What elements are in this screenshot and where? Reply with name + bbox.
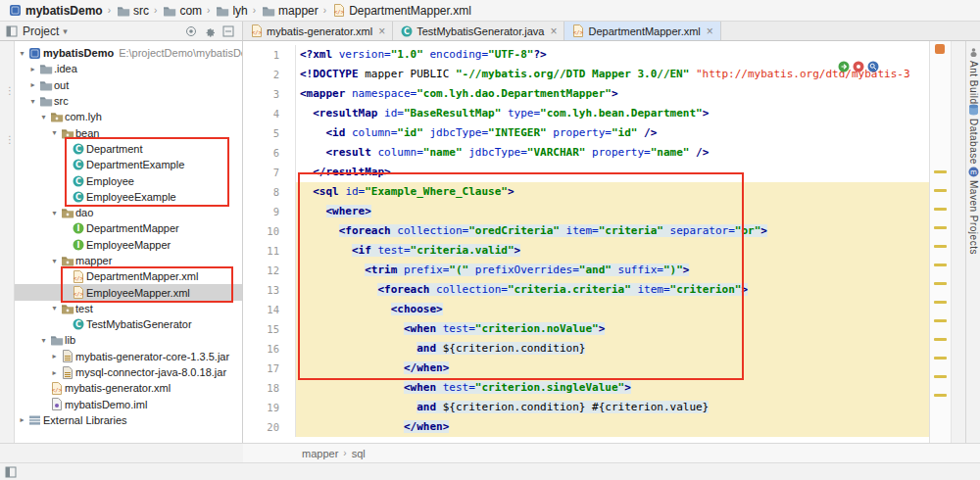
tree-item-mybatis-generator-core-1-3-5-jar[interactable]: ▸mybatis-generator-core-1.3.5.jar <box>15 349 242 364</box>
warning-mark[interactable] <box>934 208 947 211</box>
code-line-5: 5 <id column="id" jdbcType="INTEGER" pro… <box>243 123 929 143</box>
close-tab-icon[interactable]: × <box>550 25 557 37</box>
tree-chevron-icon[interactable]: ▾ <box>38 336 49 345</box>
tool-button-database[interactable]: Database <box>966 104 980 165</box>
tree-item-out[interactable]: ▸out <box>15 77 242 93</box>
warning-mark[interactable] <box>934 245 947 248</box>
tree-item-employee[interactable]: CEmployee <box>15 172 242 188</box>
tree-chevron-icon[interactable]: ▸ <box>17 415 27 424</box>
tree-item-testmybatisgenerator[interactable]: CTestMybatisGenerator <box>15 316 242 332</box>
line-number[interactable]: 18 <box>243 378 296 398</box>
tree-item-departmentmapper-xml[interactable]: </>DepartmentMapper.xml <box>15 268 242 284</box>
chevron-down-icon[interactable]: ▾ <box>63 26 68 36</box>
line-number[interactable]: 8 <box>243 182 296 202</box>
tree-chevron-icon[interactable]: ▾ <box>27 97 38 106</box>
tree-chevron-icon[interactable]: ▸ <box>27 65 38 73</box>
line-number[interactable]: 5 <box>243 123 296 143</box>
inspections-badge[interactable] <box>935 44 945 54</box>
breadcrumb-item[interactable]: mapper <box>259 4 320 18</box>
tree-item-mybatisdemo[interactable]: ▾mybatisDemoE:\projectDemo\mybatisDem <box>15 45 242 61</box>
tree-item-employeemapper[interactable]: IEmployeeMapper <box>15 237 242 253</box>
tree-chevron-icon[interactable]: ▾ <box>49 304 60 312</box>
tool-stripe-handle[interactable]: ⋮ <box>5 135 15 144</box>
warning-mark[interactable] <box>934 264 947 266</box>
tool-button-label: Ant Build <box>968 61 979 105</box>
warning-mark[interactable] <box>934 357 947 360</box>
locate-file-icon[interactable] <box>185 25 197 37</box>
tree-item-mapper[interactable]: ▾mapper <box>15 253 242 268</box>
warning-mark[interactable] <box>934 301 947 304</box>
line-number[interactable]: 19 <box>243 398 296 417</box>
tree-item-com-lyh[interactable]: ▾com.lyh <box>15 109 242 124</box>
editor-tab-testmybatisgenerator-java[interactable]: CTestMybatisGenerator.java× <box>393 22 564 40</box>
project-panel-title[interactable]: Project <box>23 24 59 38</box>
tree-item--idea[interactable]: ▸.idea <box>15 61 242 76</box>
tool-button-ant-build[interactable]: Ant Build <box>966 47 980 105</box>
editor-tab-mybatis-generator-xml[interactable]: </>mybatis-generator.xml× <box>243 22 393 40</box>
tree-chevron-icon[interactable]: ▸ <box>49 352 60 360</box>
close-tab-icon[interactable]: × <box>707 25 713 37</box>
tree-chevron-icon[interactable]: ▾ <box>49 128 60 137</box>
breadcrumb-item[interactable]: lyh <box>213 4 249 18</box>
line-number[interactable]: 7 <box>243 163 296 182</box>
warning-mark[interactable] <box>934 338 947 341</box>
tree-item-bean[interactable]: ▾bean <box>15 124 242 140</box>
line-number[interactable]: 12 <box>243 261 296 280</box>
breadcrumb-item[interactable]: mybatisDemo <box>6 4 105 18</box>
tree-item-external-libraries[interactable]: ▸External Libraries <box>15 412 242 428</box>
tree-item-employeemapper-xml[interactable]: </>EmployeeMapper.xml <box>15 284 242 300</box>
line-number[interactable]: 17 <box>243 359 296 378</box>
line-number[interactable]: 15 <box>243 319 296 339</box>
line-number[interactable]: 9 <box>243 202 296 221</box>
breadcrumb-item-mapper[interactable]: mapper <box>300 448 340 459</box>
tree-chevron-icon[interactable]: ▾ <box>38 113 49 121</box>
warning-mark[interactable] <box>934 375 947 378</box>
line-number[interactable]: 14 <box>243 300 296 319</box>
line-number[interactable]: 16 <box>243 339 296 359</box>
line-number[interactable]: 20 <box>243 417 296 437</box>
tree-item-test[interactable]: ▾test <box>15 301 242 316</box>
tree-item-dao[interactable]: ▾dao <box>15 205 242 220</box>
line-number[interactable]: 4 <box>243 104 296 123</box>
tree-item-departmentexample[interactable]: CDepartmentExample <box>15 157 242 172</box>
warning-mark[interactable] <box>934 282 947 285</box>
tree-item-src[interactable]: ▾src <box>15 93 242 109</box>
line-number[interactable]: 2 <box>243 65 296 84</box>
tree-item-lib[interactable]: ▾lib <box>15 332 242 348</box>
editor-tab-departmentmapper-xml[interactable]: </>DepartmentMapper.xml× <box>564 22 720 40</box>
warning-mark[interactable] <box>934 226 947 229</box>
close-tab-icon[interactable]: × <box>378 25 385 37</box>
line-number[interactable]: 10 <box>243 221 296 241</box>
folder-icon <box>261 5 275 17</box>
tree-item-department[interactable]: CDepartment <box>15 141 242 157</box>
line-number[interactable]: 1 <box>243 45 296 65</box>
tool-stripe-handle[interactable]: ⋮ <box>5 86 15 95</box>
tree-item-mysql-connector-java-8-0-18-jar[interactable]: ▸mysql-connector-java-8.0.18.jar <box>15 364 242 380</box>
breadcrumb-item[interactable]: com <box>160 4 204 18</box>
breadcrumb-item[interactable]: </>DepartmentMapper.xml <box>329 4 473 18</box>
tree-item-departmentmapper[interactable]: IDepartmentMapper <box>15 220 242 236</box>
line-number[interactable]: 6 <box>243 143 296 163</box>
tool-button-maven-projects[interactable]: mMaven Projects <box>966 167 980 255</box>
tree-chevron-icon[interactable]: ▾ <box>49 209 60 217</box>
tree-item-mybatis-generator-xml[interactable]: </>mybatis-generator.xml <box>15 380 242 396</box>
warning-mark[interactable] <box>934 394 947 397</box>
tree-chevron-icon[interactable]: ▾ <box>17 49 27 58</box>
hide-panel-icon[interactable] <box>222 25 234 37</box>
warning-mark[interactable] <box>934 189 947 192</box>
warning-mark[interactable] <box>934 170 947 173</box>
line-number[interactable]: 13 <box>243 280 296 300</box>
line-number[interactable]: 11 <box>243 241 296 261</box>
breadcrumb-item[interactable]: src <box>114 4 151 18</box>
warning-mark[interactable] <box>934 319 947 322</box>
line-number[interactable]: 3 <box>243 84 296 104</box>
tree-chevron-icon[interactable]: ▾ <box>49 257 60 265</box>
editor[interactable]: 1<?xml version="1.0" encoding="UTF-8"?>2… <box>243 41 929 443</box>
tree-chevron-icon[interactable]: ▸ <box>27 80 38 89</box>
tree-item-mybatisdemo-iml[interactable]: mybatisDemo.iml <box>15 397 242 412</box>
toolwindow-toggle-icon[interactable] <box>4 466 17 478</box>
breadcrumb-item-sql[interactable]: sql <box>350 448 368 459</box>
settings-gear-icon[interactable] <box>204 25 216 37</box>
tree-chevron-icon[interactable]: ▸ <box>49 368 60 377</box>
tree-item-employeeexample[interactable]: CEmployeeExample <box>15 189 242 205</box>
